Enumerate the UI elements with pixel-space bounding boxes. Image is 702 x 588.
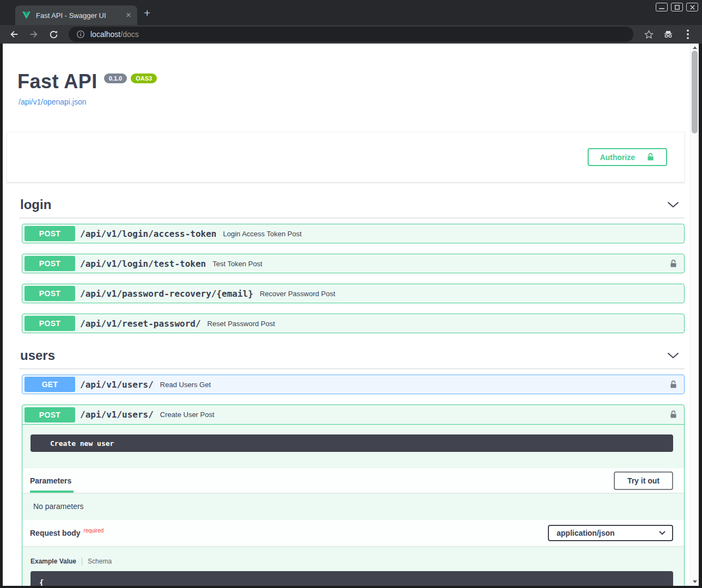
- tab-example-value[interactable]: Example Value: [30, 558, 76, 565]
- scheme-container: Authorize: [7, 132, 685, 182]
- tab-close-icon[interactable]: ×: [123, 10, 134, 20]
- operation-path: /api/v1/users/: [80, 379, 154, 390]
- url-path: /docs: [120, 30, 138, 39]
- url-text: localhost/docs: [90, 30, 139, 39]
- scrollbar-down-arrow[interactable]: [693, 580, 697, 583]
- operation-summary: Test Token Post: [212, 260, 263, 268]
- incognito-icon: [660, 27, 677, 42]
- unlocked-padlock-icon[interactable]: [669, 259, 678, 268]
- method-badge: POST: [25, 226, 75, 241]
- operation-summary: Create User Post: [160, 411, 215, 419]
- browser-menu-icon[interactable]: [679, 27, 697, 42]
- method-badge: POST: [25, 407, 75, 422]
- oas3-badge: OAS3: [131, 74, 157, 83]
- forward-button[interactable]: [25, 27, 42, 42]
- scrollbar-thumb[interactable]: [692, 51, 698, 133]
- api-info: Fast API 0.1.0 OAS3 /api/v1/openapi.json: [3, 44, 690, 107]
- code-line: {: [39, 578, 44, 586]
- tab-parameters[interactable]: Parameters: [30, 468, 71, 493]
- title-badges: 0.1.0 OAS3: [104, 74, 157, 83]
- minimize-button[interactable]: [656, 3, 668, 11]
- authorize-label: Authorize: [600, 153, 635, 162]
- method-badge: POST: [25, 286, 75, 301]
- tab-schema[interactable]: Schema: [88, 558, 112, 565]
- section-title: login: [20, 197, 51, 212]
- back-button[interactable]: [5, 27, 23, 42]
- example-code-block[interactable]: {: [30, 571, 673, 586]
- v-logo-icon: [22, 11, 30, 19]
- bookmark-star-icon[interactable]: [640, 27, 657, 42]
- scrollbar-up-arrow[interactable]: [693, 46, 697, 49]
- operation-path: /api/v1/password-recovery/{email}: [80, 289, 253, 299]
- section-header-users[interactable]: users: [19, 333, 685, 369]
- request-body-label: Request body: [30, 529, 81, 537]
- window-controls: [656, 3, 698, 11]
- reload-button[interactable]: [45, 27, 62, 42]
- section-header-login[interactable]: login: [19, 182, 685, 218]
- openapi-spec-link[interactable]: /api/v1/openapi.json: [19, 97, 87, 106]
- operation-summary: Login Access Token Post: [223, 230, 301, 238]
- operation-expanded: POST /api/v1/users/ Create User Post Cre…: [22, 405, 685, 586]
- url-host: localhost: [90, 30, 120, 39]
- operation-description: Create new user: [30, 434, 673, 452]
- request-body-header: Request body required application/json: [22, 520, 684, 546]
- operation-path: /api/v1/login/test-token: [80, 259, 206, 269]
- try-it-out-button[interactable]: Try it out: [614, 471, 673, 490]
- tab-title: Fast API - Swagger UI: [36, 11, 123, 20]
- new-tab-button[interactable]: +: [144, 7, 150, 19]
- site-info-icon[interactable]: [76, 30, 85, 39]
- operation-row[interactable]: GET /api/v1/users/ Read Users Get: [22, 375, 685, 394]
- swagger-ui-content: Fast API 0.1.0 OAS3 /api/v1/openapi.json…: [3, 44, 690, 586]
- maximize-button[interactable]: [671, 3, 683, 11]
- operation-row[interactable]: POST /api/v1/login/test-token Test Token…: [22, 254, 685, 273]
- scrollbar[interactable]: [690, 44, 699, 586]
- required-badge: required: [84, 528, 104, 534]
- section-title: users: [20, 348, 55, 363]
- close-window-button[interactable]: [686, 3, 698, 11]
- page-viewport: Fast API 0.1.0 OAS3 /api/v1/openapi.json…: [3, 44, 699, 586]
- operation-path: /api/v1/reset-password/: [80, 318, 201, 329]
- media-type-value: application/json: [557, 529, 615, 537]
- unlocked-padlock-icon[interactable]: [669, 410, 678, 419]
- address-bar[interactable]: localhost/docs: [69, 27, 633, 42]
- window-title-bar: Fast API - Swagger UI × +: [0, 0, 702, 25]
- operation-row[interactable]: POST /api/v1/password-recovery/{email} R…: [22, 284, 685, 303]
- chevron-down-icon[interactable]: [667, 201, 679, 208]
- example-section: Example Value Schema {: [22, 546, 684, 586]
- browser-toolbar: localhost/docs: [0, 25, 702, 44]
- unlocked-padlock-icon[interactable]: [669, 380, 678, 389]
- operation-path: /api/v1/users/: [80, 409, 154, 420]
- parameters-header: Parameters Try it out: [22, 468, 684, 493]
- browser-tab[interactable]: Fast API - Swagger UI ×: [15, 5, 137, 25]
- method-badge: GET: [25, 377, 75, 392]
- operation-path: /api/v1/login/access-token: [80, 229, 216, 239]
- authorize-button[interactable]: Authorize: [588, 148, 667, 166]
- operations-list: GET /api/v1/users/ Read Users Get POST /…: [19, 369, 685, 586]
- operation-summary: Recover Password Post: [260, 290, 335, 298]
- method-badge: POST: [25, 316, 75, 331]
- method-badge: POST: [25, 256, 75, 271]
- chevron-down-icon: [659, 531, 666, 535]
- unlocked-padlock-icon: [646, 152, 655, 162]
- media-type-select[interactable]: application/json: [548, 525, 673, 541]
- page-title: Fast API: [17, 71, 97, 93]
- tab-separator: [82, 558, 82, 565]
- operation-summary: Reset Password Post: [207, 320, 275, 328]
- model-example-tabs: Example Value Schema: [30, 558, 673, 571]
- operation-summary: Read Users Get: [160, 381, 211, 389]
- operation-row[interactable]: POST /api/v1/login/access-token Login Ac…: [22, 224, 685, 243]
- operations-list: POST /api/v1/login/access-token Login Ac…: [19, 218, 685, 333]
- operation-description-wrapper: Create new user: [22, 425, 684, 455]
- operation-row[interactable]: POST /api/v1/reset-password/ Reset Passw…: [22, 314, 685, 333]
- tag-section-users: users GET /api/v1/users/ Read Users Get …: [19, 333, 685, 586]
- api-title-row: Fast API 0.1.0 OAS3: [17, 71, 690, 93]
- no-parameters-text: No parameters: [22, 493, 684, 520]
- operation-row[interactable]: POST /api/v1/users/ Create User Post: [22, 405, 684, 425]
- version-badge: 0.1.0: [104, 74, 127, 83]
- chevron-down-icon[interactable]: [667, 352, 679, 359]
- tag-section-login: login POST /api/v1/login/access-token Lo…: [19, 182, 685, 333]
